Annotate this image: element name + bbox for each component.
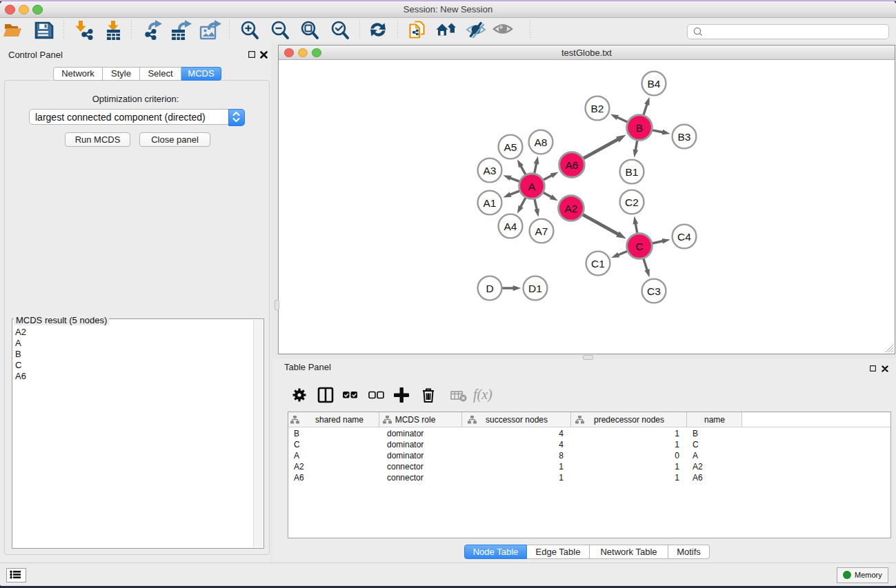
- svg-text:B2: B2: [591, 102, 604, 114]
- svg-text:A2: A2: [565, 202, 578, 214]
- svg-text:A7: A7: [535, 225, 548, 236]
- svg-text:B: B: [636, 121, 643, 133]
- svg-text:C2: C2: [625, 196, 639, 207]
- svg-text:B4: B4: [648, 77, 661, 89]
- svg-text:A4: A4: [504, 220, 517, 232]
- svg-text:A6: A6: [566, 159, 579, 170]
- svg-text:C4: C4: [677, 230, 691, 242]
- svg-text:A5: A5: [504, 141, 517, 152]
- svg-text:C: C: [635, 240, 643, 252]
- svg-text:D1: D1: [528, 282, 542, 294]
- svg-text:A3: A3: [484, 164, 497, 176]
- svg-text:B1: B1: [626, 165, 639, 177]
- svg-text:A8: A8: [535, 136, 548, 148]
- svg-text:C1: C1: [591, 257, 605, 269]
- svg-text:B3: B3: [678, 130, 691, 142]
- svg-text:A: A: [528, 180, 536, 192]
- svg-text:A1: A1: [484, 196, 497, 208]
- svg-text:D: D: [486, 282, 493, 294]
- svg-text:C3: C3: [647, 285, 661, 296]
